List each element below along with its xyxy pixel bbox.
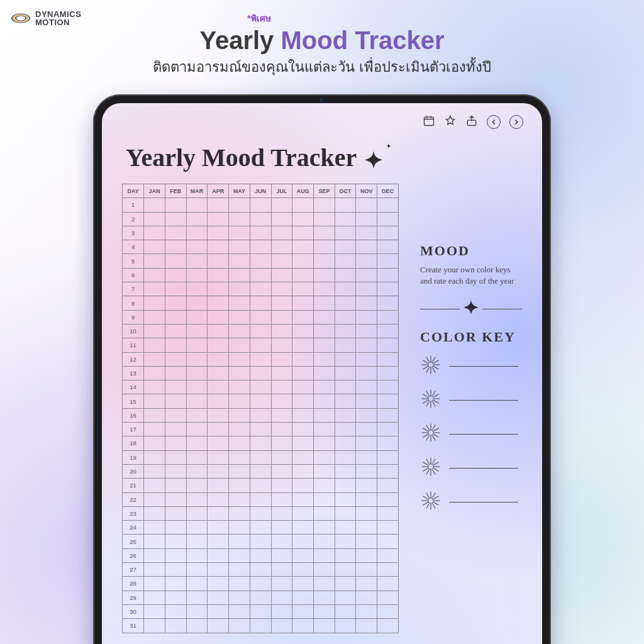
mood-cell[interactable]: [314, 464, 335, 478]
mood-cell[interactable]: [186, 394, 208, 408]
mood-cell[interactable]: [144, 324, 165, 338]
mood-cell[interactable]: [208, 240, 229, 254]
mood-cell[interactable]: [356, 548, 377, 562]
mood-cell[interactable]: [186, 479, 208, 492]
mood-cell[interactable]: [356, 506, 377, 520]
mood-cell[interactable]: [165, 619, 186, 633]
mood-cell[interactable]: [250, 212, 271, 226]
mood-cell[interactable]: [208, 338, 229, 352]
mood-cell[interactable]: [186, 492, 208, 506]
mood-cell[interactable]: [335, 338, 356, 352]
mood-cell[interactable]: [271, 479, 292, 492]
mood-cell[interactable]: [144, 408, 165, 422]
mood-cell[interactable]: [335, 352, 356, 366]
mood-cell[interactable]: [356, 535, 377, 548]
mood-cell[interactable]: [314, 479, 335, 492]
mood-cell[interactable]: [292, 282, 314, 296]
mood-cell[interactable]: [271, 577, 292, 591]
mood-cell[interactable]: [292, 380, 314, 394]
mood-cell[interactable]: [144, 548, 165, 562]
mood-cell[interactable]: [229, 310, 250, 324]
mood-cell[interactable]: [356, 198, 377, 212]
mood-cell[interactable]: [144, 450, 165, 464]
mood-cell[interactable]: [250, 464, 271, 478]
mood-cell[interactable]: [335, 380, 356, 394]
mood-cell[interactable]: [186, 212, 208, 226]
mood-cell[interactable]: [314, 366, 335, 380]
mood-cell[interactable]: [377, 521, 399, 535]
mood-cell[interactable]: [229, 394, 250, 408]
mood-cell[interactable]: [271, 408, 292, 422]
mood-cell[interactable]: [165, 436, 186, 450]
colorkey-line[interactable]: [449, 400, 518, 401]
mood-cell[interactable]: [292, 563, 314, 577]
mood-cell[interactable]: [292, 492, 314, 506]
mood-cell[interactable]: [165, 450, 186, 464]
mood-cell[interactable]: [314, 408, 335, 422]
mood-cell[interactable]: [292, 535, 314, 548]
mood-cell[interactable]: [335, 548, 356, 562]
mood-cell[interactable]: [356, 380, 377, 394]
mood-cell[interactable]: [165, 282, 186, 296]
mood-cell[interactable]: [292, 479, 314, 492]
mood-cell[interactable]: [356, 521, 377, 535]
mood-cell[interactable]: [314, 226, 335, 240]
mood-cell[interactable]: [186, 380, 208, 394]
colorkey-line[interactable]: [449, 366, 518, 367]
mood-cell[interactable]: [250, 619, 271, 633]
mood-cell[interactable]: [271, 268, 292, 282]
mood-cell[interactable]: [165, 591, 186, 604]
mood-cell[interactable]: [144, 604, 165, 618]
mood-cell[interactable]: [144, 492, 165, 506]
mood-cell[interactable]: [144, 506, 165, 520]
mood-cell[interactable]: [314, 548, 335, 562]
mood-cell[interactable]: [335, 577, 356, 591]
mood-cell[interactable]: [229, 240, 250, 254]
mood-cell[interactable]: [292, 436, 314, 450]
mood-cell[interactable]: [271, 380, 292, 394]
mood-cell[interactable]: [165, 310, 186, 324]
mood-cell[interactable]: [377, 240, 399, 254]
mood-cell[interactable]: [208, 394, 229, 408]
mood-cell[interactable]: [144, 591, 165, 604]
colorkey-item[interactable]: [420, 422, 522, 446]
mood-cell[interactable]: [208, 591, 229, 604]
mood-cell[interactable]: [356, 254, 377, 268]
mood-cell[interactable]: [314, 535, 335, 548]
mood-cell[interactable]: [335, 310, 356, 324]
mood-cell[interactable]: [356, 423, 377, 436]
mood-cell[interactable]: [229, 380, 250, 394]
mood-cell[interactable]: [377, 282, 399, 296]
mood-cell[interactable]: [314, 324, 335, 338]
mood-cell[interactable]: [377, 548, 399, 562]
mood-cell[interactable]: [292, 591, 314, 604]
mood-cell[interactable]: [208, 296, 229, 310]
mood-cell[interactable]: [314, 577, 335, 591]
mood-cell[interactable]: [335, 436, 356, 450]
mood-cell[interactable]: [186, 310, 208, 324]
mood-cell[interactable]: [165, 254, 186, 268]
mood-cell[interactable]: [314, 352, 335, 366]
mood-cell[interactable]: [229, 577, 250, 591]
mood-cell[interactable]: [356, 282, 377, 296]
mood-cell[interactable]: [186, 535, 208, 548]
mood-cell[interactable]: [229, 492, 250, 506]
mood-cell[interactable]: [208, 212, 229, 226]
mood-cell[interactable]: [314, 521, 335, 535]
mood-cell[interactable]: [250, 352, 271, 366]
mood-cell[interactable]: [186, 352, 208, 366]
mood-cell[interactable]: [186, 577, 208, 591]
mood-cell[interactable]: [377, 394, 399, 408]
mood-cell[interactable]: [208, 423, 229, 436]
mood-cell[interactable]: [314, 619, 335, 633]
mood-cell[interactable]: [229, 479, 250, 492]
mood-cell[interactable]: [165, 506, 186, 520]
mood-cell[interactable]: [144, 310, 165, 324]
mood-cell[interactable]: [335, 506, 356, 520]
mood-cell[interactable]: [144, 380, 165, 394]
mood-cell[interactable]: [144, 535, 165, 548]
mood-cell[interactable]: [186, 324, 208, 338]
mood-cell[interactable]: [292, 464, 314, 478]
mood-cell[interactable]: [229, 338, 250, 352]
mood-cell[interactable]: [186, 450, 208, 464]
